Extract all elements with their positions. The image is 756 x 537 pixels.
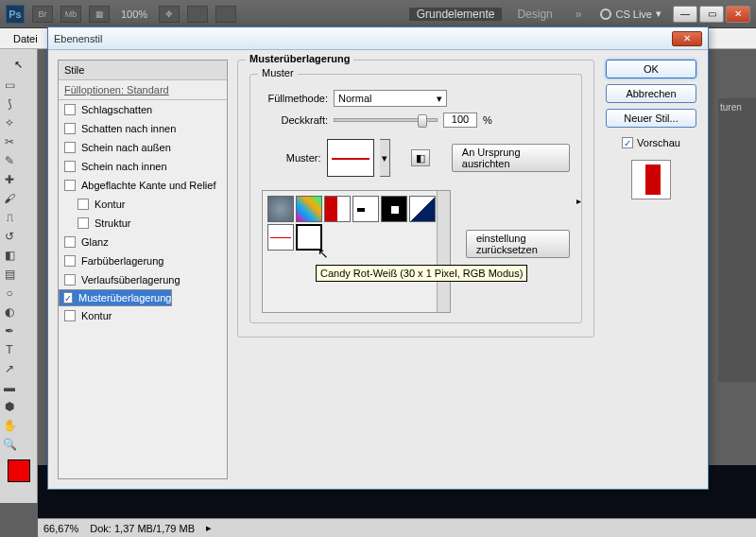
crop-tool-icon[interactable]: ✂ [1, 133, 18, 150]
pattern-swatch-item[interactable] [409, 196, 436, 222]
marquee-tool-icon[interactable]: ▭ [1, 77, 18, 94]
pattern-picker: ↖ Candy Rot-Weiß (30 x 1 Pixel, RGB Modu… [262, 190, 451, 313]
move-tool-icon[interactable]: ↖ [2, 55, 36, 74]
workspace-grundelemente[interactable]: Grundelemente [409, 8, 503, 21]
pattern-swatch-item[interactable] [296, 196, 322, 222]
opacity-slider[interactable] [334, 118, 438, 122]
dialog-title: Ebenenstil [54, 33, 102, 44]
bridge-icon[interactable]: Br [32, 6, 53, 23]
eyedropper-tool-icon[interactable]: ✎ [1, 152, 18, 169]
dialog-titlebar[interactable]: Ebenenstil ✕ [48, 27, 708, 50]
pattern-swatch-item[interactable] [381, 196, 407, 222]
maximize-button[interactable]: ▭ [699, 6, 724, 23]
new-preset-button[interactable]: ◧ [411, 149, 430, 166]
picker-menu-icon[interactable]: ▸ [572, 194, 585, 207]
history-brush-icon[interactable]: ↺ [1, 228, 18, 245]
blend-mode-label: Füllmethode: [262, 93, 328, 104]
photoshop-logo: Ps [6, 5, 25, 24]
lasso-tool-icon[interactable]: ⟆ [1, 95, 18, 113]
pattern-swatch-item[interactable] [267, 196, 294, 222]
pattern-swatch-item[interactable] [352, 196, 379, 222]
heal-tool-icon[interactable]: ✚ [1, 171, 18, 188]
settings-panel: Musterüberlagerung Muster Füllmethode: N… [237, 60, 594, 479]
status-bar: 66,67% Dok: 1,37 MB/1,79 MB ▸ [38, 518, 756, 537]
path-tool-icon[interactable]: ↗ [1, 360, 18, 377]
styles-list: Stile Fülloptionen: Standard Schlagschat… [58, 60, 228, 479]
layer-style-dialog: Ebenenstil ✕ Stile Fülloptionen: Standar… [47, 26, 709, 490]
stamp-tool-icon[interactable]: ⎍ [1, 209, 18, 226]
style-pattern-overlay[interactable]: Musterüberlagerung [59, 289, 172, 306]
foreground-color[interactable] [8, 459, 30, 482]
inner-group-title: Muster [258, 67, 298, 78]
style-color-overlay[interactable]: Farbüberlagerung [59, 251, 227, 270]
picker-scrollbar[interactable] [437, 191, 450, 312]
3d-tool-icon[interactable]: ⬢ [1, 398, 18, 415]
status-zoom[interactable]: 66,67% [43, 523, 78, 534]
view-extras-icon[interactable]: ▦ [89, 6, 110, 23]
eraser-tool-icon[interactable]: ◧ [1, 247, 18, 264]
status-arrow-icon[interactable]: ▸ [206, 522, 212, 534]
style-outer-glow[interactable]: Schein nach außen [59, 138, 227, 157]
minibridge-icon[interactable]: Mb [60, 6, 81, 23]
style-contour[interactable]: Kontur [59, 195, 227, 214]
opacity-label: Deckkraft: [262, 114, 328, 126]
chevron-down-icon: ▾ [437, 93, 442, 105]
hand-tool-icon[interactable]: ✋ [1, 417, 18, 434]
minimize-button[interactable]: — [673, 6, 697, 23]
blend-mode-select[interactable]: Normal▾ [334, 90, 447, 107]
pattern-dropdown[interactable]: ▾ [380, 139, 390, 177]
style-bevel[interactable]: Abgeflachte Kante und Relief [59, 176, 227, 195]
style-inner-glow[interactable]: Schein nach innen [59, 157, 227, 176]
preview-swatch [631, 160, 671, 199]
brush-tool-icon[interactable]: 🖌 [1, 190, 18, 207]
pattern-swatch-item[interactable] [296, 224, 322, 251]
arrange-docs-icon[interactable] [215, 6, 236, 23]
new-style-button[interactable]: Neuer Stil... [606, 109, 696, 128]
type-tool-icon[interactable]: T [1, 341, 18, 358]
gradient-tool-icon[interactable]: ▤ [1, 266, 18, 283]
dialog-close-button[interactable]: ✕ [672, 31, 702, 46]
status-doc: Dok: 1,37 MB/1,79 MB [90, 523, 195, 534]
cs-live[interactable]: CS Live ▾ [596, 8, 665, 20]
pattern-label: Muster: [262, 152, 321, 164]
style-texture[interactable]: Struktur [59, 214, 227, 233]
percent-label: % [483, 114, 492, 126]
opacity-field[interactable]: 100 [443, 113, 477, 128]
blend-options[interactable]: Fülloptionen: Standard [59, 80, 227, 100]
preview-checkbox[interactable]: Vorschau [622, 137, 680, 148]
menu-file[interactable]: Datei [6, 30, 45, 47]
reset-button[interactable]: einstellung zurücksetzen [466, 230, 570, 258]
pen-tool-icon[interactable]: ✒ [1, 322, 18, 339]
styles-header[interactable]: Stile [59, 61, 227, 80]
style-satin[interactable]: Glanz [59, 233, 227, 251]
group-title: Musterüberlagerung [246, 53, 353, 64]
blur-tool-icon[interactable]: ○ [1, 285, 18, 302]
style-stroke[interactable]: Kontur [59, 306, 227, 325]
panels-collapsed[interactable]: turen [718, 98, 756, 382]
cancel-button[interactable]: Abbrechen [606, 84, 696, 103]
style-gradient-overlay[interactable]: Verlaufsüberlagerung [59, 270, 227, 289]
style-inner-shadow[interactable]: Schatten nach innen [59, 119, 227, 138]
pattern-tooltip: Candy Rot-Weiß (30 x 1 Pixel, RGB Modus) [316, 265, 527, 282]
shape-tool-icon[interactable]: ▬ [1, 379, 18, 396]
app-topbar: Ps Br Mb ▦ 100% ✥ Grundelemente Design »… [0, 0, 756, 28]
snap-origin-button[interactable]: An Ursprung ausrichten [452, 144, 570, 172]
wand-tool-icon[interactable]: ✧ [1, 114, 18, 131]
dodge-tool-icon[interactable]: ◐ [1, 303, 18, 320]
workspace-design[interactable]: Design [509, 8, 559, 21]
zoom-tool-icon[interactable]: 🔍 [1, 436, 18, 453]
pattern-swatch-item[interactable] [324, 196, 351, 222]
workspace-more[interactable]: » [568, 8, 590, 21]
style-drop-shadow[interactable]: Schlagschatten [59, 100, 227, 119]
hand-tool-icon[interactable]: ✥ [159, 6, 180, 23]
ok-button[interactable]: OK [606, 60, 696, 78]
zoom-level[interactable]: 100% [117, 9, 151, 20]
pattern-swatch-item[interactable] [267, 224, 294, 251]
dialog-buttons: OK Abbrechen Neuer Stil... Vorschau [604, 60, 698, 479]
screen-mode-icon[interactable] [187, 6, 208, 23]
pattern-swatch[interactable] [327, 139, 374, 177]
close-button[interactable]: ✕ [726, 6, 750, 23]
toolbox: ↖ ▭⟆ ✧✂ ✎✚ 🖌⎍ ↺◧ ▤○ ◐✒ T↗ ▬⬢ ✋🔍 [0, 49, 38, 503]
